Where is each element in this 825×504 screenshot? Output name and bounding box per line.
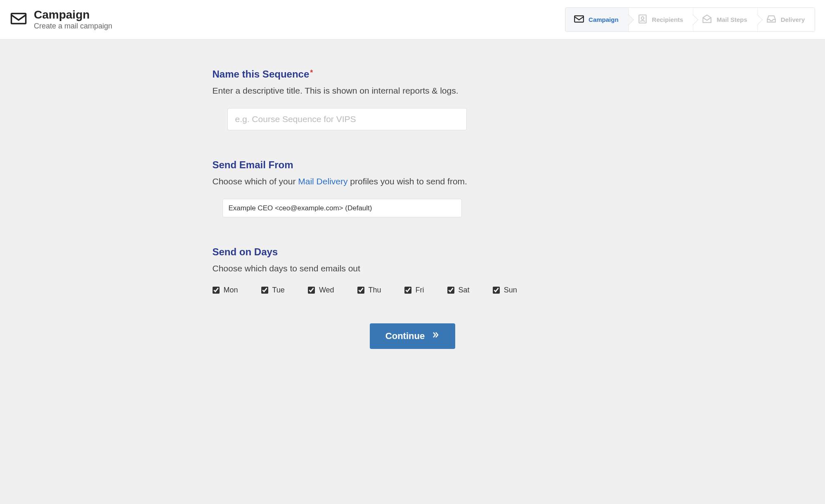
section-title: Send on Days	[213, 246, 613, 258]
wizard-stepper: Campaign Recipients Mail Steps Delivery	[565, 7, 815, 32]
days-row: Mon Tue Wed Thu Fri Sat	[213, 286, 613, 294]
from-select-wrap: Example CEO <ceo@example.com> (Default)	[222, 199, 462, 217]
section-send-from: Send Email From Choose which of your Mai…	[213, 159, 613, 217]
envelope-icon	[574, 14, 584, 26]
day-checkbox[interactable]	[447, 287, 454, 294]
step-campaign[interactable]: Campaign	[565, 8, 629, 31]
day-label: Fri	[416, 286, 424, 294]
day-checkbox[interactable]	[308, 287, 315, 294]
continue-button[interactable]: Continue	[370, 323, 455, 349]
svg-rect-0	[12, 14, 26, 24]
day-label: Mon	[224, 286, 238, 294]
day-checkbox[interactable]	[404, 287, 411, 294]
day-tue[interactable]: Tue	[261, 286, 285, 294]
step-delivery[interactable]: Delivery	[758, 8, 815, 31]
day-label: Thu	[369, 286, 381, 294]
send-from-select[interactable]: Example CEO <ceo@example.com> (Default)	[222, 199, 462, 217]
header-left: Campaign Create a mail campaign	[10, 9, 112, 31]
section-description: Enter a descriptive title. This is shown…	[213, 86, 613, 96]
required-indicator: *	[310, 68, 313, 77]
day-label: Sun	[504, 286, 517, 294]
day-fri[interactable]: Fri	[404, 286, 424, 294]
day-checkbox[interactable]	[261, 287, 268, 294]
step-recipients[interactable]: Recipients	[629, 8, 694, 31]
section-send-days: Send on Days Choose which days to send e…	[213, 246, 613, 294]
continue-wrap: Continue	[213, 323, 613, 349]
day-label: Wed	[319, 286, 334, 294]
day-checkbox[interactable]	[357, 287, 364, 294]
day-thu[interactable]: Thu	[357, 286, 381, 294]
svg-point-3	[641, 17, 644, 20]
step-label: Delivery	[781, 16, 805, 23]
day-label: Tue	[272, 286, 285, 294]
step-label: Campaign	[589, 16, 619, 23]
section-description: Choose which of your Mail Delivery profi…	[213, 177, 613, 186]
section-description: Choose which days to send emails out	[213, 264, 613, 273]
day-sat[interactable]: Sat	[447, 286, 470, 294]
desc-suffix: profiles you wish to send from.	[347, 177, 467, 186]
day-checkbox[interactable]	[213, 287, 220, 294]
step-label: Recipients	[652, 16, 683, 23]
section-title: Name this Sequence*	[213, 68, 613, 80]
page-title: Campaign	[34, 9, 112, 21]
day-mon[interactable]: Mon	[213, 286, 238, 294]
chevrons-right-icon	[431, 331, 440, 341]
day-checkbox[interactable]	[493, 287, 500, 294]
header-title-block: Campaign Create a mail campaign	[34, 9, 112, 31]
envelope-open-icon	[702, 14, 712, 26]
day-sun[interactable]: Sun	[493, 286, 517, 294]
mail-delivery-link[interactable]: Mail Delivery	[298, 177, 347, 186]
main-content: Name this Sequence* Enter a descriptive …	[196, 40, 629, 374]
step-mail-steps[interactable]: Mail Steps	[693, 8, 757, 31]
section-name-sequence: Name this Sequence* Enter a descriptive …	[213, 68, 613, 130]
section-title: Send Email From	[213, 159, 613, 171]
user-badge-icon	[637, 14, 648, 26]
page-header: Campaign Create a mail campaign Campaign…	[0, 0, 825, 40]
step-label: Mail Steps	[716, 16, 747, 23]
day-label: Sat	[459, 286, 470, 294]
svg-rect-1	[574, 16, 584, 22]
page-subtitle: Create a mail campaign	[34, 22, 112, 31]
envelope-icon	[10, 10, 27, 29]
desc-prefix: Choose which of your	[213, 177, 298, 186]
continue-label: Continue	[385, 331, 425, 341]
day-wed[interactable]: Wed	[308, 286, 334, 294]
sequence-name-input[interactable]	[227, 108, 467, 130]
section-title-text: Name this Sequence	[213, 68, 310, 80]
inbox-icon	[766, 14, 777, 26]
